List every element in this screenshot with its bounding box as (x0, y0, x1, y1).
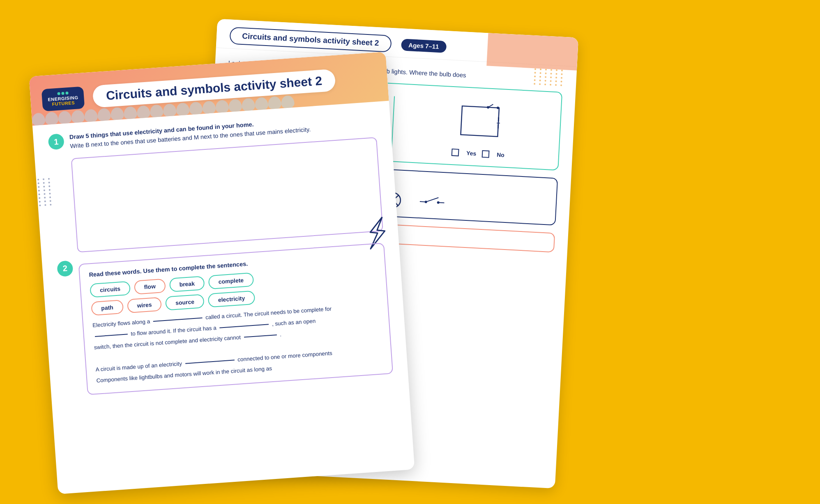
fill-sentences: Electricity flows along a called a circu… (92, 300, 383, 386)
salmon-decoration (486, 33, 578, 70)
word-chip-complete: complete (208, 272, 254, 289)
drop-18 (254, 97, 268, 111)
svg-line-29 (426, 197, 439, 202)
q1-number: 1 (48, 133, 64, 150)
dot-decoration (534, 68, 564, 86)
q2-number: 2 (57, 260, 74, 277)
drop-2 (45, 112, 59, 126)
drop-13 (189, 101, 203, 115)
svg-rect-14 (461, 106, 499, 137)
logo-dot-1 (57, 92, 60, 95)
drop-14 (202, 101, 216, 115)
logo-box: ENERGISING FUTURES (41, 86, 85, 111)
sheet-front-body: 1 Draw 5 things that use electricity and… (32, 101, 409, 415)
drop-15 (215, 100, 229, 114)
sheet-back-title: Circuits and symbols activity sheet 2 (229, 27, 392, 53)
ages-badge: Ages 7–11 (401, 39, 447, 53)
logo-dot-2 (61, 92, 64, 95)
no-label-2: No (497, 151, 504, 158)
word-chip-circuits: circuits (90, 281, 131, 298)
drop-17 (242, 98, 256, 112)
drop-3 (58, 111, 72, 125)
drop-8 (123, 106, 137, 120)
drop-9 (136, 105, 150, 119)
blank-4 (244, 334, 277, 338)
word-chip-electricity: electricity (208, 290, 255, 307)
drop-7 (110, 107, 124, 121)
logo-futures: FUTURES (52, 100, 75, 107)
blank-2 (95, 334, 128, 337)
word-chip-flow: flow (134, 278, 166, 294)
question-2-container: 2 Read these words. Use them to complete… (57, 238, 393, 396)
circuit-diagram-2: Yes No (405, 97, 554, 161)
drop-11 (163, 103, 177, 117)
drop-12 (176, 103, 190, 117)
drop-16 (228, 99, 242, 113)
svg-line-31 (438, 202, 445, 203)
question-2-block: 2 Read these words. Use them to complete… (57, 238, 393, 396)
circuit-svg-2 (452, 99, 508, 147)
yes-no-row-2: Yes No (451, 149, 505, 159)
q2-content: Read these words. Use them to complete t… (78, 238, 393, 395)
word-chip-path: path (91, 300, 124, 316)
logo-icons (57, 92, 68, 95)
yes-label-2: Yes (466, 149, 477, 156)
drop-5 (84, 109, 98, 123)
drop-19 (267, 96, 281, 110)
drop-10 (150, 104, 164, 118)
draw-box (71, 137, 383, 252)
word-chip-break: break (169, 276, 205, 292)
switch-symbol (419, 193, 445, 211)
logo-dot-3 (65, 92, 68, 94)
no-checkbox-2[interactable] (482, 150, 490, 158)
word-chip-source: source (165, 294, 205, 310)
drop-1 (32, 112, 46, 126)
sheet-front: ENERGISING FUTURES Circuits and symbols … (29, 52, 415, 494)
left-dot-decoration (32, 178, 53, 206)
drop-20 (281, 95, 295, 109)
blank-5 (185, 360, 235, 364)
word-chip-wires: wires (127, 297, 162, 313)
yes-checkbox-2[interactable] (451, 149, 459, 156)
word-bank-section: Read these words. Use them to complete t… (78, 243, 394, 395)
blank-1 (153, 318, 203, 322)
svg-line-18 (498, 117, 499, 121)
svg-line-20 (498, 124, 498, 128)
drop-4 (71, 110, 85, 124)
blank-3 (219, 324, 269, 328)
drop-6 (97, 108, 111, 122)
